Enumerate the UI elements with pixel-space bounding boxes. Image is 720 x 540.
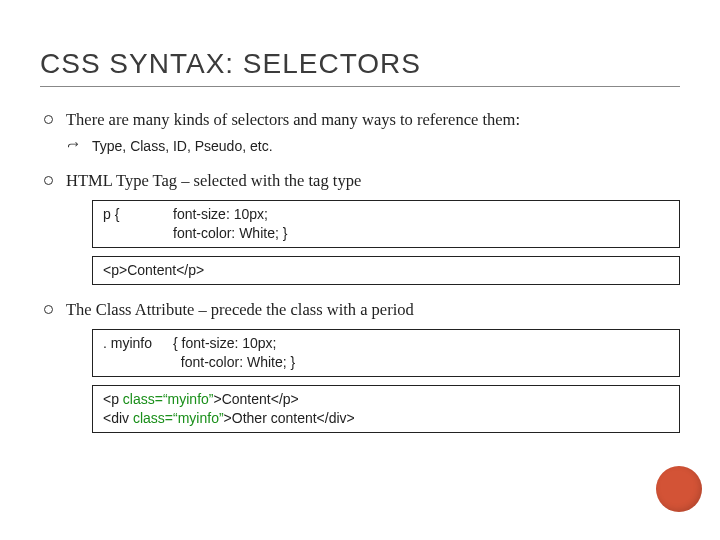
code-selector: . myinfo [103,334,173,353]
code-line-attr: class=“myinfo” [133,410,224,426]
bullet-text: The Class Attribute – precede the class … [66,300,414,319]
code-selector: p { [103,205,173,224]
code-box: p {font-size: 10px; font-color: White; } [92,200,680,248]
bullet-list: There are many kinds of selectors and ma… [40,109,680,433]
code-line-part: <div [103,410,133,426]
code-line-part: >Other content</div> [224,410,355,426]
bullet-text: There are many kinds of selectors and ma… [66,110,520,129]
sub-list: Type, Class, ID, Pseudo, etc. [66,137,680,156]
code-rules: font-size: 10px; font-color: White; } [173,205,287,243]
code-box: . myinfo{ font-size: 10px; font-color: W… [92,329,680,377]
code-line-attr: class=“myinfo” [123,391,214,407]
code-box: <p class=“myinfo”>Content</p> <div class… [92,385,680,433]
slide: CSS SYNTAX: SELECTORS There are many kin… [0,0,720,540]
sub-item: Type, Class, ID, Pseudo, etc. [66,137,680,156]
bullet-item: HTML Type Tag – selected with the tag ty… [40,170,680,285]
sub-text: Type, Class, ID, Pseudo, etc. [92,138,273,154]
bullet-item: The Class Attribute – precede the class … [40,299,680,433]
code-line-part: >Content</p> [214,391,299,407]
page-title: CSS SYNTAX: SELECTORS [40,48,680,87]
bullet-text: HTML Type Tag – selected with the tag ty… [66,171,361,190]
code-rules: { font-size: 10px; font-color: White; } [173,334,295,372]
bullet-item: There are many kinds of selectors and ma… [40,109,680,156]
decorative-circle-icon [656,466,702,512]
code-box: <p>Content</p> [92,256,680,285]
code-line-part: <p [103,391,123,407]
code-line: <p>Content</p> [103,262,204,278]
